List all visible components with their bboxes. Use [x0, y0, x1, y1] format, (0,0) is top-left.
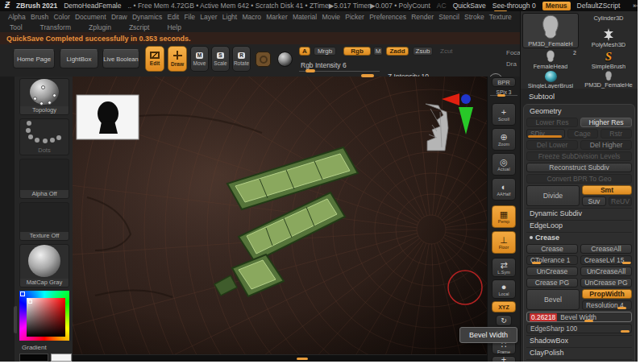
canvas-bottom-bar[interactable] [73, 354, 487, 362]
zoom-button[interactable]: ⊕Zoom [492, 128, 516, 151]
m-toggle[interactable]: M [373, 47, 383, 56]
default-zscript-button[interactable]: DefaultZScript [577, 2, 621, 10]
menu-light[interactable]: Light [222, 13, 237, 21]
menu-movie[interactable]: Movie [322, 13, 340, 21]
menu-stencil[interactable]: Stencil [438, 13, 459, 21]
menu-color[interactable]: Color [53, 13, 69, 21]
lower-res-button[interactable]: Lower Res [526, 118, 578, 127]
menu-dynamics[interactable]: Dynamics [132, 13, 162, 21]
menu-brush[interactable]: Brush [31, 13, 48, 21]
actual-size-button[interactable]: ◎Actual [492, 153, 516, 176]
del-lower-button[interactable]: Del Lower [526, 140, 578, 150]
zadd-toggle[interactable]: Zadd [386, 47, 409, 56]
tool-cylinder3d[interactable]: Cylinder3D [580, 12, 637, 22]
shadowbox-section[interactable]: ShadowBox [526, 335, 632, 345]
edgeloop-section[interactable]: EdgeLoop [526, 220, 632, 230]
menu-render[interactable]: Render [411, 13, 434, 21]
local-pivot-button[interactable]: ●Local [492, 279, 516, 299]
rgb-intensity-slider[interactable]: Rgb Intensity 6 [299, 60, 380, 72]
active-tool-thumbnail-pm3d-femalehead[interactable]: PM3D_FemaleH [522, 13, 579, 48]
picker-selector[interactable] [28, 300, 32, 304]
crease-all-button[interactable]: CreaseAll [580, 244, 632, 254]
menu-zscript[interactable]: Zscript [129, 23, 150, 31]
menu-preferences[interactable]: Preferences [369, 13, 406, 21]
bevel-button[interactable]: Bevel [526, 289, 580, 310]
quicksave-button[interactable]: QuickSave [453, 2, 486, 10]
aahalf-button[interactable]: ◐AAHalf [492, 178, 516, 201]
shelf-divider-handle[interactable] [361, 74, 374, 77]
claypolish-section[interactable]: ClayPolish [526, 347, 632, 358]
menu-alpha[interactable]: Alpha [8, 13, 26, 21]
geometry-header[interactable]: Geometry [526, 106, 632, 116]
reconstruct-subdiv-button[interactable]: Reconstruct Subdiv [526, 163, 632, 172]
material-sphere-button[interactable] [277, 52, 293, 67]
rgb-toggle[interactable]: Rgb [343, 47, 371, 56]
move-mode-button[interactable]: M Move [190, 46, 209, 72]
tool-pm3d-femalehead-small[interactable]: PM3D_FemaleHe [580, 71, 637, 89]
tool-polymesh3d[interactable]: PolyMesh3D [580, 23, 637, 48]
crease-pg-button[interactable]: Crease PG [526, 278, 578, 287]
z-axis-dot[interactable] [461, 94, 471, 104]
del-higher-button[interactable]: Del Higher [580, 140, 632, 150]
menu-layer[interactable]: Layer [200, 13, 217, 21]
sculptris-pro-button[interactable] [256, 52, 271, 67]
move-canvas-button[interactable]: +Move [492, 356, 516, 362]
crease-button[interactable]: Crease [526, 244, 578, 254]
menu-transform[interactable]: Transform [40, 23, 71, 31]
suv-toggle[interactable]: Suv [582, 196, 606, 206]
edgesharp-handle[interactable] [621, 330, 630, 333]
menu-texture[interactable]: Texture [489, 13, 512, 21]
gradient-label[interactable]: Gradient [22, 344, 47, 351]
ctolerance-handle[interactable] [532, 262, 541, 264]
menu-file[interactable]: File [184, 13, 195, 21]
reuv-button[interactable]: ReUV [609, 196, 632, 206]
bevel-width-slider[interactable]: 0.26218 Bevel Width [526, 312, 632, 322]
xyz-rotation-button[interactable]: XYZ [492, 301, 516, 312]
current-alpha[interactable]: Alpha Off [19, 159, 69, 199]
draw-mode-button[interactable]: Draw [168, 46, 187, 72]
scale-mode-button[interactable]: S Scale [211, 46, 230, 72]
menu-marker[interactable]: Marker [266, 13, 287, 21]
uncrease-pg-button[interactable]: UnCrease PG [580, 278, 632, 287]
divide-button[interactable]: Divide [526, 185, 580, 206]
bottom-scroll-pip[interactable] [297, 358, 308, 360]
spix-handle[interactable] [497, 94, 505, 97]
edit-mode-button[interactable]: Edit [145, 46, 164, 72]
zcut-toggle[interactable]: Zcut [440, 48, 453, 55]
zsub-toggle[interactable]: Zsub [413, 47, 433, 56]
subtool-palette-header[interactable]: Subtool [521, 89, 638, 102]
crease-section[interactable]: Crease [526, 232, 632, 242]
menu-picker[interactable]: Picker [345, 13, 364, 21]
perspective-button[interactable]: ▦Persp [492, 205, 516, 228]
bevel-width-handle[interactable] [584, 320, 593, 322]
menu-zplugin[interactable]: Zplugin [89, 23, 111, 31]
tool-singlelayerbrush[interactable]: SingleLayerBrusl [522, 71, 579, 89]
rgb-intensity-handle[interactable] [305, 69, 315, 72]
cage-button[interactable]: Cage [567, 129, 598, 139]
menu-document[interactable]: Document [75, 13, 106, 21]
smt-toggle[interactable]: Smt [582, 185, 632, 195]
menu-draw[interactable]: Draw [111, 13, 127, 21]
convert-bpr-button[interactable]: Convert BPR To Geo [526, 174, 632, 184]
saturation-value-field[interactable] [27, 298, 65, 337]
sculpt-canvas[interactable] [73, 77, 487, 354]
color-picker[interactable] [19, 291, 69, 341]
floor-grid-button[interactable]: ⊥Floor [492, 231, 516, 254]
ctolerance-slider[interactable]: CTolerance 1 [526, 255, 578, 265]
mrgb-toggle[interactable]: Mrgb [314, 47, 336, 56]
secondary-color-swatch[interactable] [51, 354, 72, 362]
anchor-toggle[interactable]: A [299, 47, 310, 56]
current-stroke-dots[interactable]: Dots [19, 118, 69, 155]
dynamic-subdiv-section[interactable]: Dynamic Subdiv [526, 208, 632, 218]
menu-material[interactable]: Material [293, 13, 317, 21]
menu-stroke[interactable]: Stroke [464, 13, 484, 21]
see-through-slider[interactable]: See-through 0 [492, 2, 536, 10]
local-symmetry-button[interactable]: ⇄L.Sym [492, 258, 516, 277]
uncrease-all-button[interactable]: UnCreaseAll [580, 267, 632, 276]
tool-femalehead[interactable]: 2 FemaleHead [522, 49, 579, 70]
resolution-slider[interactable]: Resolution 4 [582, 300, 632, 310]
y-rotate-button[interactable]: ↻ [496, 315, 512, 326]
current-material[interactable]: MatCap Gray [19, 244, 69, 287]
uncrease-button[interactable]: UnCrease [526, 267, 578, 276]
propwidth-toggle[interactable]: PropWidth [582, 289, 632, 299]
